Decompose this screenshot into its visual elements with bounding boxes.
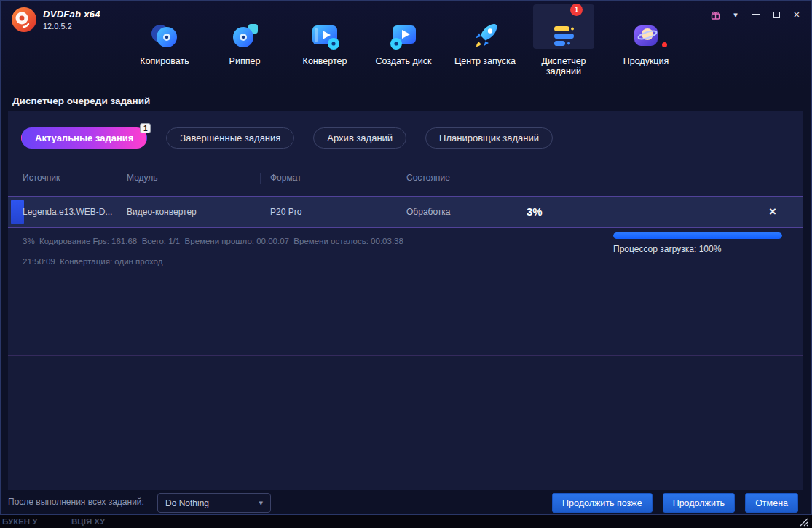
tab-current-tasks[interactable]: Актуальные задания 1 <box>21 127 147 149</box>
products-icon <box>630 20 662 52</box>
tab-badge: 1 <box>140 123 151 133</box>
task-manager-badge: 1 <box>570 4 583 16</box>
nav-label: Диспетчер заданий <box>524 56 604 76</box>
window-controls: ▾ × <box>709 9 803 20</box>
row-close-icon[interactable]: × <box>764 197 781 227</box>
app-version: 12.0.5.2 <box>43 22 100 31</box>
task-queue-panel: Актуальные задания 1 Завершённые задания… <box>8 111 803 490</box>
task-manager-icon <box>548 20 580 52</box>
resize-grip-icon[interactable] <box>797 516 809 527</box>
column-header-source: Источник <box>23 173 119 184</box>
tab-finished-tasks[interactable]: Завершённые задания <box>166 127 294 149</box>
page-title: Диспетчер очереди заданий <box>12 95 150 106</box>
nav-item-task-manager[interactable]: Диспетчер заданий <box>524 20 604 76</box>
after-tasks-dropdown[interactable]: Do Nothing ▾ <box>157 493 271 513</box>
tab-label: Завершённые задания <box>180 133 280 143</box>
footer-bar: После выполнения всех заданий: Do Nothin… <box>1 490 811 516</box>
app-title: DVDFab x64 <box>43 9 100 20</box>
launchpad-rocket-icon <box>469 20 501 52</box>
nav-label: Создать диск <box>363 56 444 66</box>
row-source: Legenda.e13.WEB-D... <box>23 197 119 227</box>
background-text-fragment: ВЦІЯ ХУ <box>71 517 105 526</box>
app-window: DVDFab x64 12.0.5.2 Копировать <box>0 0 812 515</box>
panel-empty-area <box>8 356 803 490</box>
footer-buttons: Продолжить позже Продолжить Отмена <box>552 493 798 513</box>
menu-dropdown-icon[interactable]: ▾ <box>730 9 741 20</box>
tab-task-scheduler[interactable]: Планировщик заданий <box>425 127 553 149</box>
minimize-button[interactable] <box>750 9 762 20</box>
nav-item-converter[interactable]: Конвертер <box>285 20 365 66</box>
row-module: Видео-конвертер <box>127 197 261 227</box>
queue-tabs: Актуальные задания 1 Завершённые задания… <box>21 127 553 149</box>
column-header-format: Формат <box>270 173 401 184</box>
copy-disc-icon <box>149 20 181 52</box>
row-state: Обработка <box>406 197 521 227</box>
tab-label: Актуальные задания <box>35 133 133 143</box>
table-header: Источник Модуль Формат Состояние <box>8 173 803 186</box>
continue-button[interactable]: Продолжить <box>663 493 735 513</box>
nav-item-launchpad[interactable]: Центр запуска <box>445 20 525 66</box>
continue-later-button[interactable]: Продолжить позже <box>552 493 653 513</box>
nav-item-ripper[interactable]: Риппер <box>205 20 285 66</box>
tab-label: Планировщик заданий <box>439 133 539 143</box>
cpu-progress-bar <box>613 232 782 239</box>
column-header-state: Состояние <box>406 173 521 184</box>
converter-icon <box>309 20 341 52</box>
gift-icon[interactable] <box>709 9 721 20</box>
ripper-disc-icon <box>229 20 261 52</box>
nav-item-create-disc[interactable]: Создать диск <box>363 20 444 66</box>
create-disc-icon <box>387 20 419 52</box>
screen: DVDFab x64 12.0.5.2 Копировать <box>0 0 812 528</box>
dvdfab-logo <box>11 7 37 33</box>
background-text-fragment: БУКЕН У <box>2 517 37 526</box>
row-progress: 3% <box>527 197 578 227</box>
nav-label: Центр запуска <box>445 56 525 66</box>
nav-item-copy[interactable]: Копировать <box>125 20 205 66</box>
close-button[interactable]: × <box>791 9 803 20</box>
nav-label: Копировать <box>125 56 205 66</box>
table-row[interactable]: Legenda.e13.WEB-D... Видео-конвертер P20… <box>8 196 803 228</box>
after-tasks-label: После выполнения всех заданий: <box>8 497 144 507</box>
chevron-down-icon: ▾ <box>259 498 263 508</box>
task-detail-line2: 21:50:09 Конвертация: один проход <box>23 257 162 266</box>
cancel-button[interactable]: Отмена <box>745 493 798 513</box>
cpu-progress-fill <box>613 232 782 239</box>
cpu-load-label: Процессор загрузка: 100% <box>613 244 721 254</box>
tab-label: Архив заданий <box>327 133 393 143</box>
column-header-module: Модуль <box>127 173 261 184</box>
nav-label: Риппер <box>205 56 285 66</box>
brand: DVDFab x64 12.0.5.2 <box>11 7 100 33</box>
app-header: DVDFab x64 12.0.5.2 Копировать <box>1 1 811 88</box>
nav-item-products[interactable]: Продукция <box>606 20 686 66</box>
nav-label: Продукция <box>606 56 686 66</box>
products-new-dot <box>662 42 667 47</box>
maximize-button[interactable] <box>770 9 782 20</box>
background-window-strip: БУКЕН У ВЦІЯ ХУ <box>0 515 812 528</box>
row-format: P20 Pro <box>270 197 401 227</box>
task-detail-line1: 3% Кодирование Fps: 161.68 Всего: 1/1 Вр… <box>23 237 403 245</box>
tab-task-archive[interactable]: Архив заданий <box>313 127 406 149</box>
dropdown-value: Do Nothing <box>165 498 259 508</box>
nav-label: Конвертер <box>285 56 365 66</box>
